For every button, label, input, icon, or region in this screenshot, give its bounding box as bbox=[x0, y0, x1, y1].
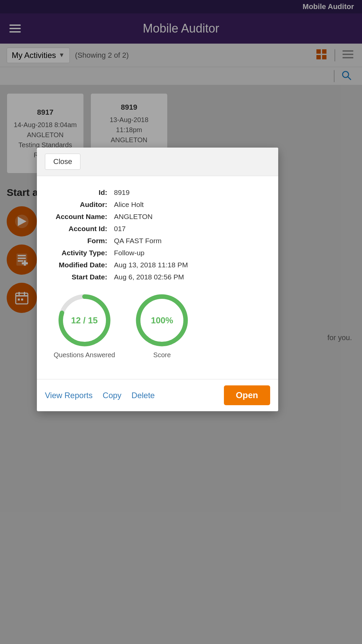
info-row-auditor: Auditor: Alice Holt bbox=[51, 199, 264, 210]
field-label-auditor: Auditor: bbox=[51, 199, 111, 210]
score-label: Score bbox=[153, 351, 171, 359]
questions-answered-circle: 12 / 15 bbox=[58, 293, 111, 347]
questions-answered-chart: 12 / 15 Questions Answered bbox=[54, 293, 115, 359]
field-value-auditor: Alice Holt bbox=[112, 199, 264, 210]
questions-answered-label: Questions Answered bbox=[54, 351, 115, 359]
view-reports-button[interactable]: View Reports bbox=[45, 391, 93, 400]
info-row-form: Form: QA FAST Form bbox=[51, 235, 264, 247]
modal-footer: View Reports Copy Delete Open bbox=[37, 379, 278, 411]
field-label-account-id: Account Id: bbox=[51, 223, 111, 234]
info-table: Id: 8919 Auditor: Alice Holt Account Nam… bbox=[50, 186, 265, 283]
close-button[interactable]: Close bbox=[45, 154, 80, 170]
field-label-modified-date: Modified Date: bbox=[51, 259, 111, 271]
field-value-start-date: Aug 6, 2018 02:56 PM bbox=[112, 271, 264, 283]
footer-actions-left: View Reports Copy Delete bbox=[45, 391, 155, 400]
field-value-activity-type: Follow-up bbox=[112, 247, 264, 259]
score-value: 100% bbox=[151, 315, 173, 326]
field-label-form: Form: bbox=[51, 235, 111, 247]
modal-body: Id: 8919 Auditor: Alice Holt Account Nam… bbox=[37, 176, 278, 379]
questions-answered-value: 12 / 15 bbox=[71, 315, 98, 326]
field-label-start-date: Start Date: bbox=[51, 271, 111, 283]
field-value-id: 8919 bbox=[112, 187, 264, 198]
charts-row: 12 / 15 Questions Answered 100% Score bbox=[50, 293, 265, 359]
field-value-account-id: 017 bbox=[112, 223, 264, 234]
info-row-modified-date: Modified Date: Aug 13, 2018 11:18 PM bbox=[51, 259, 264, 271]
field-label-activity-type: Activity Type: bbox=[51, 247, 111, 259]
info-row-id: Id: 8919 bbox=[51, 187, 264, 198]
copy-button[interactable]: Copy bbox=[103, 391, 121, 400]
delete-button[interactable]: Delete bbox=[131, 391, 155, 400]
field-value-form: QA FAST Form bbox=[112, 235, 264, 247]
modal-header: Close bbox=[37, 148, 278, 176]
field-value-modified-date: Aug 13, 2018 11:18 PM bbox=[112, 259, 264, 271]
info-row-account-id: Account Id: 017 bbox=[51, 223, 264, 234]
field-label-id: Id: bbox=[51, 187, 111, 198]
activity-detail-modal: Close Id: 8919 Auditor: Alice Holt Accou… bbox=[37, 148, 278, 411]
open-button[interactable]: Open bbox=[224, 385, 270, 405]
info-row-account-name: Account Name: ANGLETON bbox=[51, 211, 264, 222]
field-value-account-name: ANGLETON bbox=[112, 211, 264, 222]
score-circle: 100% bbox=[135, 293, 189, 347]
info-row-start-date: Start Date: Aug 6, 2018 02:56 PM bbox=[51, 271, 264, 283]
score-chart: 100% Score bbox=[135, 293, 189, 359]
field-label-account-name: Account Name: bbox=[51, 211, 111, 222]
info-row-activity-type: Activity Type: Follow-up bbox=[51, 247, 264, 259]
